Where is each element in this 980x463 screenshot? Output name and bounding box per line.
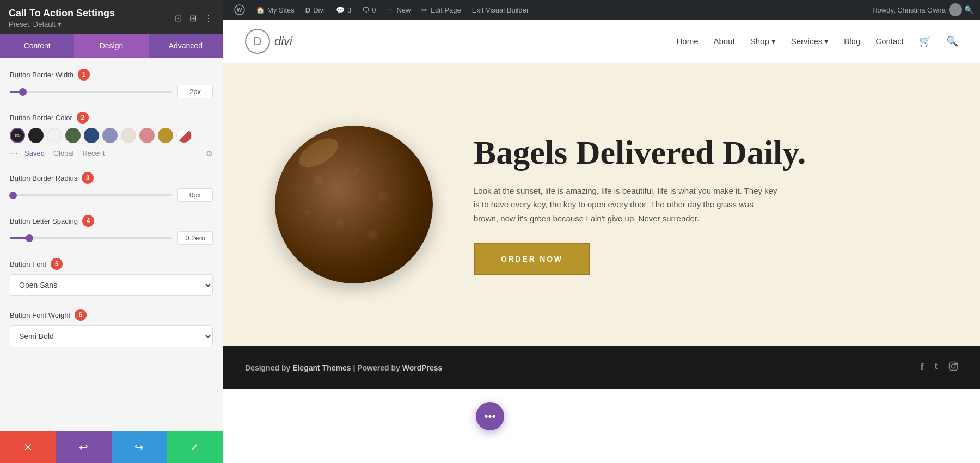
border-color-label: Button Border Color 2 <box>10 112 213 124</box>
nav-about[interactable]: About <box>713 36 734 46</box>
nav-blog[interactable]: Blog <box>844 36 860 46</box>
svg-point-10 <box>955 363 956 365</box>
exit-builder-item[interactable]: Exit Visual Builder <box>468 0 534 20</box>
wp-logo-item[interactable]: W <box>230 0 249 20</box>
undo-button[interactable]: ↩ <box>56 431 111 463</box>
nav-shop[interactable]: Shop ▾ <box>750 36 776 46</box>
plus-icon: ＋ <box>387 5 394 15</box>
minimize-button[interactable]: ⊡ <box>174 12 183 24</box>
step-badge-3: 3 <box>82 172 94 184</box>
nav-services[interactable]: Services ▾ <box>791 36 829 46</box>
nav-contact[interactable]: Contact <box>875 36 904 46</box>
edit-page-item[interactable]: ✏ Edit Page <box>417 0 465 20</box>
panel-title: Call To Action Settings <box>9 8 115 19</box>
swatch-navy[interactable] <box>84 128 99 143</box>
font-weight-select[interactable]: Thin Light Regular Semi Bold Bold Extra … <box>10 325 213 347</box>
svg-point-7 <box>305 210 310 215</box>
step-badge-2: 2 <box>77 112 89 124</box>
tab-advanced[interactable]: Advanced <box>149 34 223 58</box>
letter-spacing-slider-row <box>10 231 213 245</box>
hero-body: Look at the sunset, life is amazing, lif… <box>474 184 779 226</box>
svg-text:W: W <box>237 7 242 13</box>
color-gear-icon[interactable]: ⚙ <box>206 149 213 158</box>
floating-action-button[interactable]: ••• <box>476 402 504 430</box>
border-radius-input[interactable] <box>177 188 213 202</box>
howdy-label: Howdy, Christina Gwira <box>872 3 962 16</box>
recent-tab[interactable]: Recent <box>80 148 107 158</box>
comments-icon: 💬 <box>336 6 345 14</box>
letter-spacing-label: Button Letter Spacing 4 <box>10 215 213 227</box>
swatch-off-white[interactable] <box>121 128 136 143</box>
letter-spacing-input[interactable] <box>177 231 213 245</box>
panel-tabs: Content Design Advanced <box>0 34 223 58</box>
letter-spacing-track <box>10 237 172 239</box>
comments-item[interactable]: 💬 3 <box>332 0 356 20</box>
swatch-diagonal[interactable] <box>176 128 192 143</box>
swatch-black[interactable] <box>28 128 44 143</box>
svg-point-9 <box>951 364 955 368</box>
setting-border-color: Button Border Color 2 ✏ ··· <box>10 112 213 159</box>
swatch-dark-green[interactable] <box>65 128 81 143</box>
wp-admin-bar: W 🏠 My Sites D Divi 💬 3 🗨 0 ＋ New ✏ Edit… <box>223 0 980 20</box>
tab-content[interactable]: Content <box>0 34 74 58</box>
cancel-button[interactable]: ✕ <box>0 431 56 463</box>
swatch-lavender[interactable] <box>102 128 118 143</box>
edit-icon: ✏ <box>421 6 427 14</box>
setting-border-width: Button Border Width 1 <box>10 69 213 98</box>
svg-point-6 <box>368 230 378 239</box>
grid-button[interactable]: ⊞ <box>188 12 198 24</box>
more-options-button[interactable]: ⋮ <box>203 12 214 24</box>
cart-icon[interactable]: 🛒 <box>919 35 931 47</box>
site-search-icon[interactable]: 🔍 <box>946 35 958 47</box>
saved-tab[interactable]: Saved <box>22 148 47 158</box>
setting-font-weight: Button Font Weight 6 Thin Light Regular … <box>10 309 213 347</box>
hero-text-area: Bagels Delivered Daily. Look at the suns… <box>474 134 936 276</box>
comment-bubble-icon: 🗨 <box>362 6 369 14</box>
panel-header: Call To Action Settings Preset: Default … <box>0 0 223 34</box>
color-swatches-row: ✏ <box>10 128 213 143</box>
font-label: Button Font 5 <box>10 258 213 270</box>
swatch-pink[interactable] <box>139 128 155 143</box>
svg-point-4 <box>378 191 389 202</box>
step-badge-4: 4 <box>82 215 94 227</box>
order-now-button[interactable]: ORDER NOW <box>474 243 590 275</box>
step-badge-6: 6 <box>75 309 87 321</box>
divi-icon: D <box>305 6 310 14</box>
step-badge-1: 1 <box>78 69 90 81</box>
panel-content: Button Border Width 1 Button Border Colo… <box>0 58 223 431</box>
my-sites-item[interactable]: 🏠 My Sites <box>252 0 299 20</box>
border-width-input[interactable] <box>177 85 213 98</box>
svg-point-2 <box>314 176 323 184</box>
tab-design[interactable]: Design <box>74 34 148 58</box>
nav-home[interactable]: Home <box>676 36 698 46</box>
color-actions-row: ··· Saved Global Recent ⚙ <box>10 147 213 159</box>
swatch-gold[interactable] <box>158 128 173 143</box>
facebook-icon[interactable]: f <box>921 361 924 374</box>
global-tab[interactable]: Global <box>51 148 76 158</box>
site-nav-links: Home About Shop ▾ Services ▾ Blog Contac… <box>676 35 958 47</box>
new-item[interactable]: ＋ New <box>382 0 415 20</box>
step-badge-5: 5 <box>51 258 63 270</box>
user-avatar <box>949 3 962 16</box>
comment-bubble-item[interactable]: 🗨 0 <box>358 0 380 20</box>
divi-item[interactable]: D Divi <box>301 0 329 20</box>
twitter-icon[interactable]: t <box>935 361 938 374</box>
panel-header-icons: ⊡ ⊞ ⋮ <box>174 12 214 24</box>
color-picker-area: ✏ ··· Saved Global Recent ⚙ <box>10 128 213 159</box>
bagel-image <box>275 126 433 283</box>
right-panel: W 🏠 My Sites D Divi 💬 3 🗨 0 ＋ New ✏ Edit… <box>223 0 980 463</box>
border-width-slider-row <box>10 85 213 98</box>
instagram-icon[interactable] <box>948 361 958 374</box>
redo-button[interactable]: ↪ <box>112 431 167 463</box>
left-panel: Call To Action Settings Preset: Default … <box>0 0 223 463</box>
border-width-track <box>10 91 172 93</box>
color-pencil-swatch[interactable]: ✏ <box>10 128 25 143</box>
admin-search-icon[interactable]: 🔍 <box>964 5 973 14</box>
swatch-white[interactable] <box>47 128 62 143</box>
more-swatches-button[interactable]: ··· <box>10 147 18 159</box>
panel-bottom-bar: ✕ ↩ ↪ ✓ <box>0 431 223 463</box>
font-select[interactable]: Open Sans Lato Roboto Montserrat Georgia <box>10 274 213 296</box>
confirm-button[interactable]: ✓ <box>167 431 223 463</box>
border-width-label: Button Border Width 1 <box>10 69 213 81</box>
border-radius-label: Button Border Radius 3 <box>10 172 213 184</box>
